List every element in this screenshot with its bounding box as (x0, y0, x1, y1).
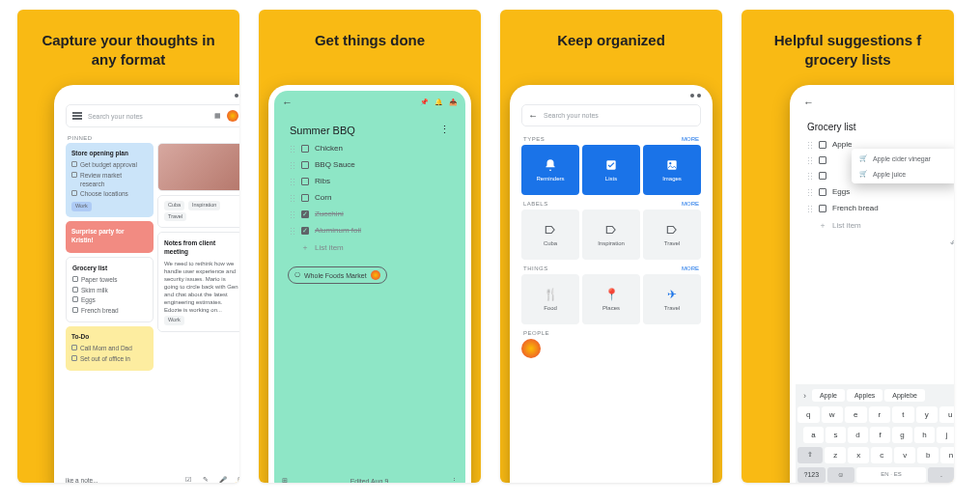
undo-icon[interactable]: ↶ (950, 238, 954, 248)
phone-frame: ← Search your notes TYPESMORE Reminders … (510, 85, 713, 483)
reminder-icon[interactable]: 🔔 (434, 98, 443, 106)
note-title[interactable]: Grocery list (796, 114, 954, 136)
back-icon[interactable]: ← (528, 110, 538, 121)
spacebar[interactable]: EN · ES (856, 467, 926, 483)
svg-rect-1 (667, 160, 676, 169)
kb-suggestion[interactable]: Apple (812, 389, 845, 402)
type-tile-reminders[interactable]: Reminders (521, 145, 579, 195)
grid-view-icon[interactable]: ▦ (214, 112, 221, 120)
add-item-row[interactable]: ＋List item (796, 216, 954, 235)
list-item[interactable]: BBQ Sauce (274, 156, 465, 173)
more-icon[interactable]: ⋮ (439, 124, 450, 136)
note-image[interactable] (157, 143, 239, 191)
checklist-icon[interactable]: ☑ (183, 475, 193, 483)
thing-tile-travel[interactable]: ✈Travel (643, 274, 701, 324)
symbols-key[interactable]: ?123 (798, 467, 826, 483)
note-store-plan[interactable]: Store opening plan Get budget approval R… (66, 143, 154, 217)
back-icon[interactable]: ← (803, 97, 814, 108)
label-tile[interactable]: Inspiration (582, 210, 640, 260)
mic-icon[interactable]: 🎤 (218, 475, 228, 483)
screenshot-card-2: Get things done ← 📌 🔔 📥 Summer BBQ ⋮ Chi… (259, 10, 481, 483)
note-todo[interactable]: To-Do Call Mom and Dad Set out of office… (66, 326, 154, 370)
food-icon: 🍴 (544, 288, 558, 301)
tagline: Get things done (259, 10, 481, 60)
status-bar (516, 91, 707, 100)
archive-icon[interactable]: 📥 (449, 98, 458, 106)
location-chip[interactable]: ⎔ Whole Foods Market (288, 266, 387, 284)
pinned-label: PINNED (60, 131, 239, 143)
search-placeholder: Search your notes (88, 113, 209, 120)
thing-tile-places[interactable]: 📍Places (582, 274, 640, 324)
suggestion-item[interactable]: 🛒Apple juice (852, 166, 954, 182)
phone-frame: ← 📌 🔔 Grocery list Apple Eggs French bre… (790, 85, 954, 483)
type-tile-images[interactable]: Images (643, 145, 701, 195)
screen: ← 📌 🔔 Grocery list Apple Eggs French bre… (796, 91, 954, 483)
screen: Search your notes ▦ PINNED Store opening… (60, 91, 239, 483)
label-tile[interactable]: Travel (643, 210, 701, 260)
note-surprise[interactable]: Surprise party for Kristin! (66, 221, 154, 253)
more-link[interactable]: MORE (682, 265, 699, 271)
suggestion-item[interactable]: 🛒Apple cider vinegar (852, 151, 954, 166)
screen: ← Search your notes TYPESMORE Reminders … (516, 91, 707, 483)
phone-frame: Search your notes ▦ PINNED Store opening… (54, 85, 239, 483)
status-bar (60, 91, 239, 100)
image-icon[interactable]: ▣ (236, 475, 239, 483)
take-note-input[interactable]: ike a note... (66, 477, 98, 484)
svg-point-2 (669, 162, 671, 164)
tagline: Capture your thoughts in any format (17, 10, 239, 80)
screenshot-card-4: Helpful suggestions f grocery lists ← 📌 … (742, 10, 954, 483)
search-bar[interactable]: ← Search your notes (521, 104, 701, 126)
place-icon: ⎔ (294, 271, 300, 279)
screenshot-card-1: Capture your thoughts in any format Sear… (17, 10, 239, 483)
more-link[interactable]: MORE (682, 201, 699, 207)
phone-frame: ← 📌 🔔 📥 Summer BBQ ⋮ Chicken BBQ Sauce R… (268, 85, 471, 483)
tagline: Helpful suggestions f grocery lists (742, 10, 954, 80)
bottom-bar: ike a note... ☑ ✎ 🎤 ▣ (66, 475, 239, 483)
draw-icon[interactable]: ✎ (201, 475, 210, 483)
person-avatar[interactable] (521, 339, 541, 358)
collaborator-avatar (371, 270, 380, 280)
list-item[interactable]: Corn (274, 189, 465, 206)
search-bar[interactable]: Search your notes ▦ (66, 104, 239, 127)
kb-suggestion[interactable]: Applebe (884, 389, 925, 402)
list-item[interactable]: French bread (796, 200, 954, 216)
shift-key[interactable]: ⇧ (798, 447, 823, 463)
screen: ← 📌 🔔 📥 Summer BBQ ⋮ Chicken BBQ Sauce R… (274, 91, 465, 483)
list-item-done[interactable]: Aluminum foil (274, 222, 465, 238)
cart-icon: 🛒 (859, 170, 868, 178)
type-tile-lists[interactable]: Lists (582, 145, 640, 195)
key[interactable]: q (798, 406, 820, 423)
list-item[interactable]: Chicken (274, 140, 465, 156)
cart-icon: 🛒 (859, 154, 868, 162)
thing-tile-food[interactable]: 🍴Food (521, 274, 579, 324)
edited-timestamp: Edited Aug 9 (350, 478, 389, 484)
autocomplete-popup: 🛒Apple cider vinegar 🛒Apple juice (852, 149, 954, 183)
place-icon: 📍 (604, 288, 619, 301)
keyboard: › Apple Apples Applebe qwertyui asdfghjk… (796, 384, 954, 483)
note-image-tags[interactable]: Cuba Inspiration Travel (157, 195, 239, 228)
back-icon[interactable]: ← (282, 97, 293, 108)
note-client-meeting[interactable]: Notes from client meeting We need to ret… (157, 232, 239, 332)
list-item[interactable]: Eggs (796, 183, 954, 200)
menu-icon[interactable] (72, 112, 82, 120)
more-link[interactable]: MORE (682, 136, 699, 142)
screenshot-card-3: Keep organized ← Search your notes TYPES… (500, 10, 722, 483)
add-action-icon[interactable]: ⊞ (282, 477, 288, 483)
plane-icon: ✈ (667, 288, 677, 301)
label-tile[interactable]: Cuba (521, 210, 579, 260)
more-icon[interactable]: ⋮ (451, 477, 458, 483)
note-title[interactable]: Summer BBQ (290, 125, 355, 136)
add-item-row[interactable]: ＋List item (274, 238, 465, 257)
kb-suggestion[interactable]: Apples (847, 389, 882, 402)
list-item-done[interactable]: Zucchini (274, 206, 465, 222)
pin-icon[interactable]: 📌 (420, 98, 429, 106)
chevron-right-icon[interactable]: › (799, 391, 810, 401)
tagline: Keep organized (500, 10, 722, 60)
avatar[interactable] (227, 110, 238, 122)
emoji-key[interactable]: ☺ (827, 467, 855, 483)
list-item[interactable]: Ribs (274, 173, 465, 189)
note-grocery[interactable]: Grocery list Paper towels Skim milk Eggs… (66, 257, 154, 322)
